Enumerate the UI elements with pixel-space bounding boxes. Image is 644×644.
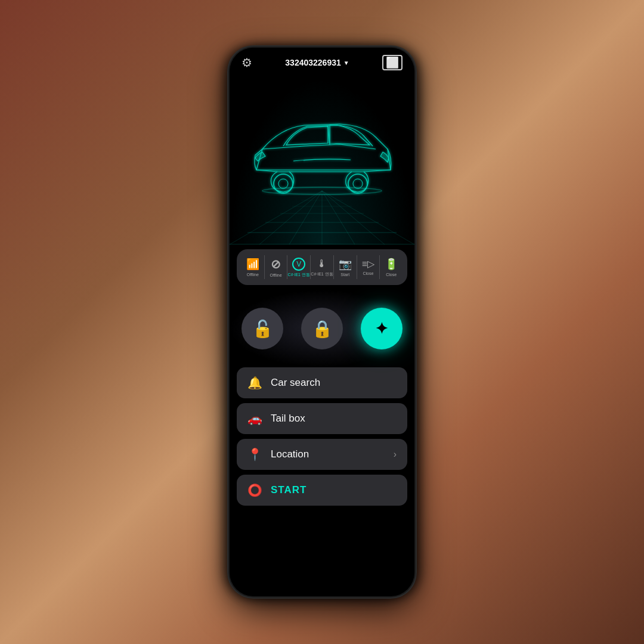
headlight-label: Close xyxy=(363,271,374,276)
camera-icon: 📷 xyxy=(339,258,352,271)
tail-box-item[interactable]: 🚗 Tail box xyxy=(237,403,407,434)
wifi-status[interactable]: 📶 Offline xyxy=(242,258,264,277)
lock-button[interactable]: 🔒 xyxy=(301,308,343,349)
voltage-icon: V xyxy=(292,258,305,271)
lock-icon: 🔒 xyxy=(312,319,333,339)
unlock-button[interactable]: 🔓 xyxy=(242,308,283,349)
phone-screen: ⚙ 332403226931 ▼ ⬜ xyxy=(230,48,414,596)
temperature-icon: 🌡 xyxy=(317,258,327,270)
gear-icon[interactable]: ⚙ xyxy=(242,55,252,70)
wifi-icon: 📶 xyxy=(246,258,259,271)
svg-point-17 xyxy=(278,179,288,188)
phone-device: ⚙ 332403226931 ▼ ⬜ xyxy=(230,48,414,596)
car-search-label: Car search xyxy=(271,377,320,389)
start-label: START xyxy=(271,484,306,496)
tail-box-label: Tail box xyxy=(271,413,305,425)
start-button[interactable]: ⭕ START xyxy=(237,475,407,506)
dropdown-arrow[interactable]: ▼ xyxy=(343,60,349,66)
camera-status[interactable]: 📷 Start xyxy=(334,258,357,277)
location-left: 📍 Location xyxy=(247,447,309,462)
svg-point-16 xyxy=(274,174,293,193)
start-section: ⭕ START xyxy=(230,470,414,506)
svg-point-19 xyxy=(353,179,363,188)
car-search-left: 🔔 Car search xyxy=(247,376,320,390)
unlock-icon: 🔓 xyxy=(252,319,273,339)
car-search-icon: 🔔 xyxy=(247,376,262,390)
signal-icon: ⊘ xyxy=(271,257,281,271)
battery-label: Close xyxy=(386,273,397,277)
voltage-label: C#·IE1 연동 xyxy=(288,273,310,277)
car-image xyxy=(244,113,400,209)
wifi-label: Offline xyxy=(247,273,259,277)
battery-status[interactable]: 🔋 Close xyxy=(380,258,402,277)
tail-box-icon: 🚗 xyxy=(247,411,262,426)
power-button[interactable]: ✦ xyxy=(361,308,402,349)
location-arrow: › xyxy=(394,449,397,460)
status-icons-bar: 📶 Offline ⊘ Offline V C#·IE1 연동 🌡 C#·IE1… xyxy=(237,249,407,285)
battery-icon: 🔋 xyxy=(385,258,398,271)
headlight-icon: ≡▷ xyxy=(362,258,374,270)
status-bar: ⚙ 332403226931 ▼ ⬜ xyxy=(230,48,414,78)
location-label: Location xyxy=(271,448,309,460)
power-icon: ✦ xyxy=(375,320,388,338)
location-item[interactable]: 📍 Location › xyxy=(237,439,407,470)
temperature-status[interactable]: 🌡 C#·IE1 연동 xyxy=(311,258,333,277)
menu-section: 🔔 Car search 🚗 Tail box 📍 Location › xyxy=(230,367,414,470)
car-visualization xyxy=(230,78,414,244)
tail-box-left: 🚗 Tail box xyxy=(247,411,305,426)
car-search-item[interactable]: 🔔 Car search xyxy=(237,367,407,398)
svg-point-18 xyxy=(348,174,367,193)
camera-label: Start xyxy=(340,273,349,277)
signal-label: Offline xyxy=(270,273,282,278)
signal-status[interactable]: ⊘ Offline xyxy=(265,257,287,278)
headlight-status[interactable]: ≡▷ Close xyxy=(357,258,380,276)
phone-number: 332403226931 ▼ xyxy=(285,58,349,67)
location-icon: 📍 xyxy=(247,447,262,462)
start-icon: ⭕ xyxy=(247,483,262,497)
control-area: 🔓 🔒 ✦ xyxy=(230,290,414,367)
temperature-label: C#·IE1 연동 xyxy=(311,272,333,277)
voltage-status[interactable]: V C#·IE1 연동 xyxy=(287,258,310,277)
expand-icon[interactable]: ⬜ xyxy=(382,55,402,70)
